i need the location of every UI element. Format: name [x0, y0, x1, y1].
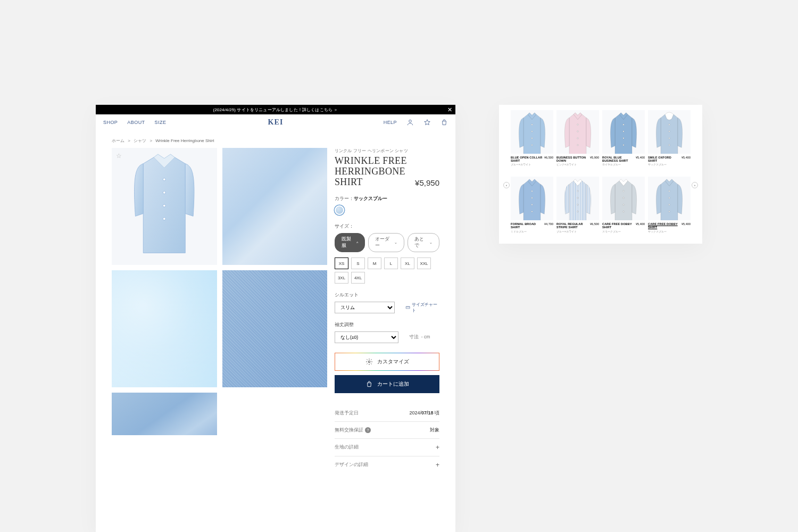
- nav-help[interactable]: HELP: [384, 120, 397, 125]
- star-icon[interactable]: [423, 119, 431, 126]
- svg-point-13: [577, 144, 578, 145]
- related-price: ¥5,400: [636, 222, 645, 226]
- related-thumb: [556, 177, 599, 220]
- related-name: ROYAL BLUE BUSINESS SHIRT: [602, 156, 634, 162]
- related-card[interactable]: CARE FREE DOBBY SHIRT ¥5,400 スモークブルー: [602, 177, 645, 232]
- related-color: ロイヤルブルー: [602, 163, 645, 166]
- related-price: ¥5,400: [681, 222, 691, 226]
- color-swatch[interactable]: [335, 205, 344, 215]
- gallery: ☆: [112, 148, 327, 473]
- site-logo[interactable]: KEI: [268, 118, 283, 127]
- help-icon[interactable]: ?: [365, 427, 371, 433]
- svg-point-19: [669, 131, 670, 132]
- svg-point-1: [163, 178, 165, 181]
- size-option-M[interactable]: M: [368, 257, 381, 269]
- crumb-category[interactable]: シャツ: [134, 138, 146, 143]
- dim-label: 寸法 - cm: [409, 334, 430, 340]
- svg-point-39: [669, 211, 670, 212]
- svg-point-28: [577, 190, 578, 192]
- design-accordion[interactable]: デザインの詳細 +: [335, 456, 439, 473]
- tab-later[interactable]: あとで⌄: [408, 233, 439, 252]
- related-card[interactable]: BUSINESS BUTTON DOWN ¥5,900 ピンク×ホワイト: [556, 110, 599, 166]
- crumb-home[interactable]: ホーム: [112, 138, 124, 143]
- svg-point-11: [577, 131, 578, 132]
- size-option-4XL[interactable]: 4XL: [351, 272, 365, 284]
- carousel-next[interactable]: ›: [692, 182, 698, 188]
- svg-point-8: [531, 138, 533, 139]
- related-color: ミドルブルー: [511, 230, 553, 233]
- silhouette-select[interactable]: スリム: [335, 302, 395, 313]
- bag-icon[interactable]: [440, 119, 448, 126]
- ship-value: 2024/07/18 頃: [409, 410, 439, 417]
- tab-stock[interactable]: 既製服^: [335, 233, 365, 252]
- sleeve-label: 袖丈調整: [335, 322, 439, 328]
- customise-button[interactable]: カスタマイズ: [335, 353, 439, 371]
- svg-point-15: [623, 131, 624, 132]
- tab-order[interactable]: オーダー⌄: [368, 233, 404, 252]
- gallery-image-main[interactable]: ☆: [112, 148, 217, 265]
- size-option-L[interactable]: L: [384, 257, 398, 269]
- gallery-image[interactable]: [222, 270, 328, 387]
- related-thumb: [602, 177, 645, 220]
- related-thumb: [648, 177, 691, 220]
- svg-point-35: [623, 211, 624, 212]
- svg-point-9: [531, 144, 533, 145]
- size-grid: XSSMLXLXXL3XL4XL: [335, 257, 439, 284]
- ship-label: 発送予定日: [335, 410, 359, 417]
- related-card[interactable]: FORMAL BROAD SHIRT ¥4,700 ミドルブルー: [511, 177, 553, 232]
- svg-point-32: [623, 190, 624, 192]
- plus-icon: +: [436, 461, 439, 469]
- related-price: ¥5,900: [590, 156, 599, 159]
- related-color: サックスブルー: [648, 163, 691, 166]
- announcement-bar[interactable]: (2024/4/25) サイトをリニューアルしました！詳しくはこちら ＞ ✕: [96, 105, 455, 114]
- related-card[interactable]: SMILE OXFORD SHIRT ¥5,400 サックスブルー: [648, 110, 691, 166]
- gallery-image[interactable]: [112, 270, 217, 387]
- svg-point-7: [531, 131, 533, 132]
- chevron-down-icon: ⌄: [429, 240, 433, 245]
- related-grid: ‹ › BLUE OPEN COLLAR SHIRT ¥6,500 ブルー×ホワ…: [511, 110, 691, 233]
- fabric-accordion[interactable]: 生地の詳細 +: [335, 438, 439, 456]
- svg-point-29: [577, 197, 578, 198]
- related-card[interactable]: BLUE OPEN COLLAR SHIRT ¥6,500 ブルー×ホワイト: [511, 110, 553, 166]
- related-price: ¥5,400: [636, 156, 645, 159]
- related-card[interactable]: CARE FREE DOBBY SHIRT ¥5,400 サックスブルー: [648, 177, 691, 232]
- size-chart-link[interactable]: サイズチャート: [405, 302, 439, 313]
- size-option-3XL[interactable]: 3XL: [335, 272, 348, 284]
- close-icon[interactable]: ✕: [447, 106, 452, 113]
- related-thumb: [511, 110, 553, 154]
- gallery-image[interactable]: [222, 148, 328, 265]
- size-option-XS[interactable]: XS: [335, 257, 348, 269]
- guarantee-label: 無料交換保証?: [335, 427, 371, 434]
- nav-size[interactable]: SIZE: [155, 120, 167, 125]
- svg-point-6: [531, 124, 533, 125]
- bag-icon: [365, 380, 373, 388]
- carousel-prev[interactable]: ‹: [503, 182, 510, 188]
- add-to-cart-button[interactable]: カートに追加: [335, 375, 439, 393]
- size-option-S[interactable]: S: [351, 257, 365, 269]
- related-card[interactable]: ROYAL REGULAR STRIPE SHIRT ¥6,500 ブルー×ホワ…: [556, 177, 599, 232]
- svg-point-34: [623, 204, 624, 205]
- nav-shop[interactable]: SHOP: [103, 120, 118, 125]
- svg-point-30: [577, 204, 578, 205]
- size-option-XL[interactable]: XL: [401, 257, 414, 269]
- related-color: ブルー×ホワイト: [511, 163, 553, 166]
- user-icon[interactable]: [406, 119, 414, 126]
- sleeve-select[interactable]: なし(±0): [335, 331, 398, 343]
- size-option-XXL[interactable]: XXL: [417, 257, 431, 269]
- size-label: サイズ：: [335, 223, 439, 230]
- info-table: 発送予定日 2024/07/18 頃 無料交換保証? 対象 生地の詳細 + デザ…: [335, 405, 439, 473]
- fav-icon[interactable]: ☆: [116, 152, 122, 160]
- svg-point-25: [531, 211, 533, 212]
- related-price: ¥4,700: [544, 222, 553, 226]
- chevron-up-icon: ^: [356, 241, 358, 245]
- crumb-sep: >: [128, 138, 130, 143]
- gear-icon: [365, 358, 373, 365]
- related-card[interactable]: ROYAL BLUE BUSINESS SHIRT ¥5,400 ロイヤルブルー: [602, 110, 645, 166]
- shirt-illustration: [112, 148, 217, 263]
- related-color: スモークブルー: [602, 230, 645, 233]
- product-detail: リンクル フリー ヘリンボーン シャツ WRINKLE FREE HERRING…: [335, 148, 439, 473]
- gallery-image[interactable]: [112, 393, 217, 435]
- nav-about[interactable]: ABOUT: [127, 120, 145, 125]
- size-mode-tabs: 既製服^ オーダー⌄ あとで⌄: [335, 233, 439, 252]
- ruler-icon: [405, 305, 410, 310]
